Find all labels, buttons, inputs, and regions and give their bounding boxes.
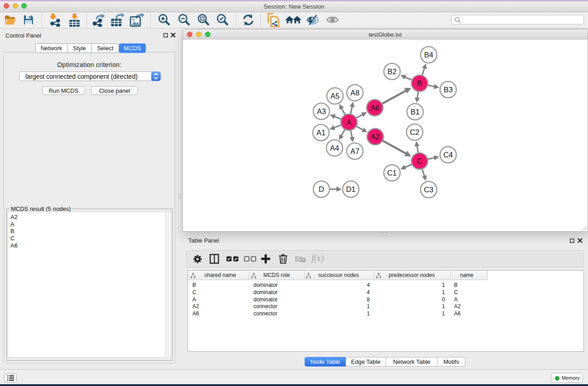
- svg-text:D: D: [319, 185, 324, 193]
- svg-text:B4: B4: [424, 51, 433, 59]
- svg-text:D1: D1: [346, 185, 355, 193]
- svg-text:A2: A2: [371, 133, 380, 141]
- svg-text:A8: A8: [350, 89, 359, 97]
- svg-text:B: B: [417, 79, 422, 87]
- svg-text:A4: A4: [330, 144, 339, 152]
- svg-text:A5: A5: [330, 92, 339, 100]
- svg-text:C1: C1: [387, 169, 397, 177]
- svg-text:A: A: [346, 118, 351, 126]
- svg-text:A7: A7: [350, 147, 359, 155]
- svg-text:A6: A6: [370, 104, 379, 112]
- svg-text:C3: C3: [424, 186, 433, 194]
- svg-text:A1: A1: [316, 129, 325, 137]
- svg-text:B2: B2: [387, 67, 397, 76]
- svg-text:C2: C2: [410, 128, 419, 136]
- svg-text:B3: B3: [444, 86, 453, 94]
- svg-text:C4: C4: [443, 151, 453, 159]
- svg-text:B1: B1: [411, 108, 420, 116]
- svg-text:A3: A3: [317, 107, 326, 115]
- svg-text:C: C: [417, 157, 422, 165]
